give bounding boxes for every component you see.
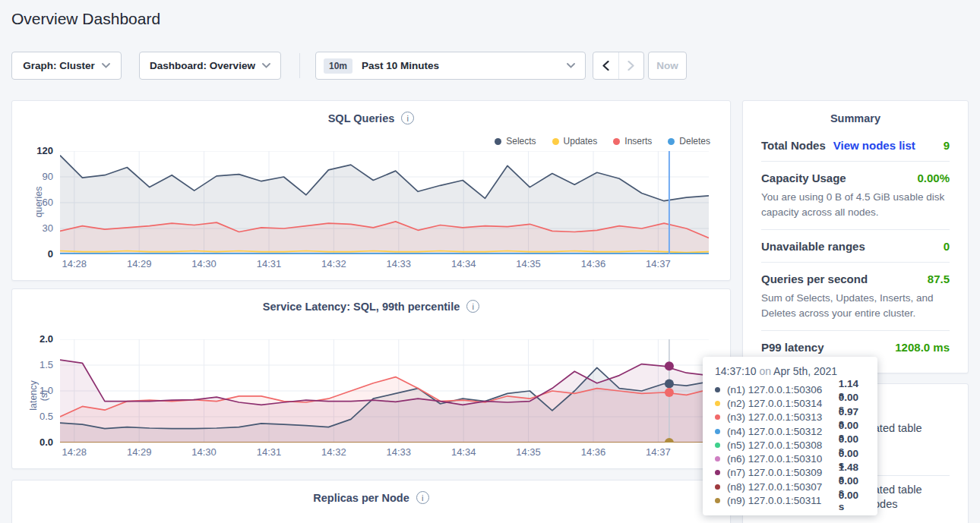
x-axis-tick-label: 14:34 (445, 446, 482, 458)
y-axis-tick-label: 90 (18, 171, 53, 182)
y-axis-tick-label: 30 (18, 222, 53, 234)
x-axis-tick-label: 14:28 (56, 258, 93, 269)
tooltip-node-name: (n4) 127.0.0.1:50312 (727, 426, 839, 437)
legend-dot-icon (613, 138, 620, 145)
series-color-dot-icon (715, 387, 720, 392)
series-color-dot-icon (715, 429, 720, 434)
time-range-label: Past 10 Minutes (362, 60, 439, 71)
summary-row-header: Capacity Usage0.00% (761, 172, 950, 184)
chevron-down-icon (262, 63, 270, 68)
summary-row: Unavailable ranges0 (761, 230, 950, 263)
legend-item-deletes[interactable]: Deletes (668, 136, 710, 147)
x-axis-tick-label: 14:35 (511, 446, 547, 458)
chevron-down-icon (102, 63, 110, 68)
x-axis-tick-label: 14:31 (251, 258, 287, 269)
tooltip-node-value: 0.00 s (839, 490, 867, 512)
chevron-down-icon (567, 63, 575, 68)
chart-canvas (60, 151, 709, 254)
tooltip-timestamp: 14:37:10 on Apr 5th, 2021 (715, 365, 867, 377)
tooltip-node-name: (n5) 127.0.0.1:50308 (727, 440, 839, 451)
chart-title: Replicas per Node (313, 492, 409, 504)
tooltip-node-name: (n3) 127.0.0.1:50313 (727, 411, 839, 423)
summary-label: P99 latency (761, 341, 824, 354)
legend-dot-icon (552, 138, 559, 145)
chart-title: SQL Queries (328, 112, 395, 124)
summary-row-header: Queries per second87.5 (761, 273, 950, 285)
summary-value: 1208.0 ms (895, 341, 950, 354)
tooltip-node-name: (n6) 127.0.0.1:50310 (727, 453, 839, 465)
x-axis-tick-label: 14:29 (121, 258, 157, 269)
y-axis-title: queries (33, 185, 44, 219)
y-axis-tick-label: 0 (18, 248, 53, 260)
legend-item-selects[interactable]: Selects (495, 136, 536, 147)
series-color-dot-icon (715, 401, 720, 406)
tooltip-node-name: (n7) 127.0.0.1:50309 (727, 467, 839, 478)
legend-item-updates[interactable]: Updates (552, 136, 598, 147)
legend-dot-icon (495, 138, 501, 145)
x-axis-tick-label: 14:33 (381, 258, 417, 269)
view-nodes-link[interactable]: View nodes list (833, 139, 915, 152)
summary-value: 0.00% (917, 172, 950, 184)
y-axis-tick-label: 0.0 (18, 436, 53, 448)
summary-label: Total Nodes (761, 139, 826, 152)
info-icon[interactable]: i (466, 300, 479, 313)
x-axis-tick-label: 14:29 (121, 446, 157, 458)
y-axis-tick-label: 1.5 (18, 359, 53, 370)
series-color-dot-icon (715, 470, 720, 475)
summary-value: 0 (944, 240, 950, 253)
x-axis-tick-label: 14:30 (186, 258, 223, 269)
summary-title: Summary (743, 112, 968, 124)
x-axis-tick-label: 14:37 (640, 258, 676, 269)
next-range-button[interactable] (618, 52, 643, 79)
page-title: Overview Dashboard (11, 10, 160, 28)
legend-item-inserts[interactable]: Inserts (613, 136, 652, 147)
toolbar-divider (299, 53, 300, 78)
summary-row-header: Total NodesView nodes list9 (761, 139, 950, 152)
y-axis-title: latency (s) (28, 379, 49, 412)
summary-row: Total NodesView nodes list9 (761, 129, 950, 162)
summary-label: Unavailable ranges (761, 240, 865, 253)
chart-hover-tooltip: 14:37:10 on Apr 5th, 2021 (n1) 127.0.0.1… (703, 357, 877, 515)
legend-label: Updates (564, 136, 598, 147)
graph-scope-dropdown[interactable]: Graph: Cluster (11, 52, 122, 80)
now-button[interactable]: Now (648, 52, 687, 80)
x-axis-tick-label: 14:34 (445, 258, 482, 269)
prev-range-button[interactable] (593, 52, 618, 79)
legend-label: Deletes (679, 136, 710, 147)
summary-description: Sum of Selects, Updates, Inserts, and De… (761, 291, 950, 321)
chevron-right-icon (628, 61, 634, 71)
info-icon[interactable]: i (416, 491, 429, 504)
legend-label: Inserts (624, 136, 652, 147)
chart-legend: SelectsUpdatesInsertsDeletes (495, 136, 710, 147)
summary-row-header: Unavailable ranges0 (761, 240, 950, 253)
service-latency-plot[interactable] (60, 339, 709, 443)
sql-queries-chart-card: SQL Queries i SelectsUpdatesInsertsDelet… (11, 100, 731, 281)
x-axis-tick-label: 14:32 (315, 258, 352, 269)
tooltip-node-name: (n9) 127.0.0.1:50311 (727, 495, 839, 506)
y-axis-tick-label: 2.0 (18, 333, 53, 345)
x-axis-tick-label: 14:36 (575, 258, 612, 269)
x-axis-tick-label: 14:33 (381, 446, 417, 458)
info-icon[interactable]: i (401, 112, 414, 124)
chart-title: Service Latency: SQL, 99th percentile (263, 301, 460, 313)
summary-label: Queries per second (761, 273, 868, 285)
tooltip-node-name: (n2) 127.0.0.1:50314 (727, 398, 839, 409)
summary-row: Queries per second87.5Sum of Selects, Up… (761, 263, 950, 331)
series-color-dot-icon (715, 456, 720, 462)
sql-queries-plot[interactable] (60, 151, 709, 254)
time-range-dropdown[interactable]: 10m Past 10 Minutes (315, 52, 586, 80)
x-axis-tick-label: 14:31 (251, 446, 287, 458)
tooltip-node-name: (n8) 127.0.0.1:50307 (727, 481, 839, 493)
summary-value: 9 (944, 139, 950, 152)
y-axis-tick-label: 120 (18, 145, 53, 156)
y-axis-tick-label: 0.5 (18, 411, 53, 422)
summary-card: Summary Total NodesView nodes list9Capac… (742, 100, 969, 373)
dashboard-label: Dashboard: Overview (150, 60, 255, 71)
dashboard-dropdown[interactable]: Dashboard: Overview (139, 52, 281, 80)
chart-canvas (60, 339, 709, 443)
series-color-dot-icon (715, 498, 720, 503)
series-color-dot-icon (715, 414, 720, 420)
summary-row: Capacity Usage0.00%You are using 0 B of … (761, 162, 950, 230)
time-step-buttons (593, 52, 644, 80)
legend-label: Selects (506, 136, 536, 147)
